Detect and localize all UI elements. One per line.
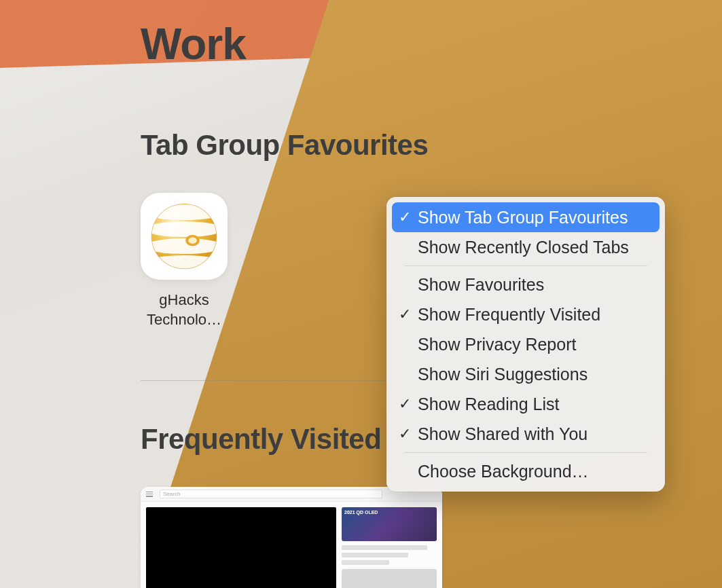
menu-item-show-reading-list[interactable]: ✓ Show Reading List: [392, 389, 660, 419]
related-video-thumb: 2021 QD OLED: [342, 507, 437, 541]
svg-point-3: [149, 221, 219, 237]
menu-item-show-tab-group-favourites[interactable]: ✓ Show Tab Group Favourites: [392, 202, 660, 232]
checkmark-icon: ✓: [392, 208, 418, 226]
favourite-label: gHacks Technolo…: [141, 291, 228, 329]
svg-point-2: [149, 204, 219, 220]
page-title: Work: [141, 19, 722, 69]
video-player-thumb: [146, 507, 336, 588]
checkmark-icon: ✓: [392, 425, 418, 443]
menu-separator: [404, 265, 647, 266]
section-title-favourites: Tab Group Favourites: [141, 129, 722, 162]
menu-item-show-recently-closed-tabs[interactable]: Show Recently Closed Tabs: [392, 232, 660, 262]
frequently-item[interactable]: Search 2021 QD OLED: [141, 487, 442, 588]
frequently-grid: Search 2021 QD OLED: [141, 487, 722, 588]
hamburger-icon: [146, 492, 153, 497]
menu-item-show-favourites[interactable]: Show Favourites: [392, 270, 660, 299]
menu-item-show-privacy-report[interactable]: Show Privacy Report: [392, 329, 660, 359]
site-thumbnail: Search 2021 QD OLED: [141, 487, 442, 588]
search-placeholder: Search: [160, 490, 382, 498]
checkmark-icon: ✓: [392, 306, 418, 323]
favourite-icon: [141, 193, 228, 280]
menu-separator: [404, 452, 647, 453]
svg-point-8: [188, 238, 196, 244]
menu-item-choose-background[interactable]: Choose Background…: [392, 456, 660, 486]
menu-item-show-shared-with-you[interactable]: ✓ Show Shared with You: [392, 419, 660, 449]
svg-point-4: [149, 238, 219, 254]
ghacks-sphere-icon: [149, 201, 219, 272]
related-video-thumb: [342, 569, 437, 588]
favourite-item[interactable]: gHacks Technolo…: [141, 193, 228, 329]
menu-item-show-frequently-visited[interactable]: ✓ Show Frequently Visited: [392, 299, 660, 329]
context-menu: ✓ Show Tab Group Favourites Show Recentl…: [386, 197, 665, 492]
checkmark-icon: ✓: [392, 395, 418, 413]
menu-item-show-siri-suggestions[interactable]: Show Siri Suggestions: [392, 359, 660, 389]
